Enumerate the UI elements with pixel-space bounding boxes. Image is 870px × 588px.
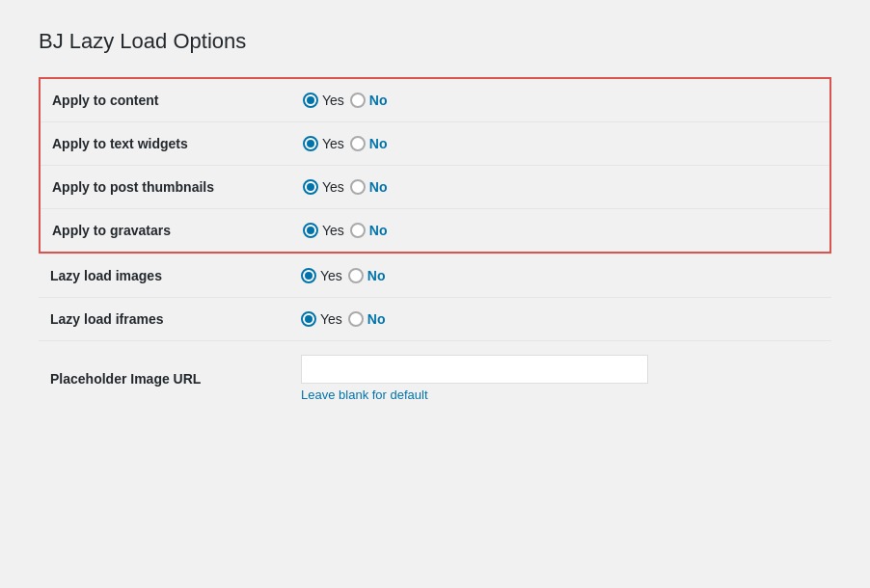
placeholder-url-input[interactable]	[301, 355, 648, 384]
outside-no-radio-1[interactable]	[348, 311, 364, 327]
outside-no-radio-0[interactable]	[348, 268, 364, 283]
no-radio-0[interactable]	[350, 93, 366, 108]
placeholder-row: Placeholder Image URL Leave blank for de…	[39, 341, 831, 416]
no-text-1: No	[369, 136, 388, 151]
no-label-0[interactable]: No	[350, 93, 388, 108]
no-label-1[interactable]: No	[350, 136, 388, 151]
outside-row-label-0: Lazy load images	[39, 254, 289, 298]
yes-text-2: Yes	[322, 179, 344, 195]
hint-suffix: for default	[368, 388, 427, 402]
outside-row-1: Lazy load iframes Yes No	[39, 298, 831, 341]
outside-radio-group-0: Yes No	[301, 268, 820, 283]
no-radio-1[interactable]	[350, 136, 366, 151]
radio-group-3: Yes No	[303, 223, 818, 238]
outside-yes-label-0[interactable]: Yes	[301, 268, 342, 283]
outside-options-table: Lazy load images Yes No Lazy load iframe…	[39, 254, 831, 340]
highlighted-row-1: Apply to text widgets Yes No	[41, 122, 829, 166]
row-controls-3: Yes No	[291, 209, 829, 253]
yes-radio-2[interactable]	[303, 179, 318, 195]
placeholder-label: Placeholder Image URL	[39, 341, 289, 416]
highlighted-section: Apply to content Yes No Apply to text wi…	[39, 77, 831, 254]
yes-label-0[interactable]: Yes	[303, 93, 344, 108]
hint-blank-link[interactable]: blank	[339, 388, 368, 402]
outside-no-text-1: No	[367, 311, 386, 327]
highlighted-options-table: Apply to content Yes No Apply to text wi…	[41, 79, 829, 252]
yes-radio-0[interactable]	[303, 93, 318, 108]
no-text-2: No	[369, 179, 388, 195]
no-radio-2[interactable]	[350, 179, 366, 195]
yes-label-3[interactable]: Yes	[303, 223, 344, 238]
yes-radio-1[interactable]	[303, 136, 318, 151]
outside-radio-group-1: Yes No	[301, 311, 820, 327]
radio-group-1: Yes No	[303, 136, 818, 151]
row-label-2: Apply to post thumbnails	[41, 166, 291, 209]
highlighted-row-3: Apply to gravatars Yes No	[41, 209, 829, 253]
highlighted-row-0: Apply to content Yes No	[41, 79, 829, 122]
yes-radio-3[interactable]	[303, 223, 318, 238]
outside-no-label-0[interactable]: No	[348, 268, 386, 283]
highlighted-row-2: Apply to post thumbnails Yes No	[41, 166, 829, 209]
row-label-0: Apply to content	[41, 79, 291, 122]
yes-text-3: Yes	[322, 223, 344, 238]
outside-yes-text-0: Yes	[320, 268, 342, 283]
row-label-3: Apply to gravatars	[41, 209, 291, 253]
outside-no-label-1[interactable]: No	[348, 311, 386, 327]
outside-yes-radio-0[interactable]	[301, 268, 316, 283]
placeholder-hint: Leave blank for default	[301, 388, 820, 402]
row-label-1: Apply to text widgets	[41, 122, 291, 166]
outside-row-label-1: Lazy load iframes	[39, 298, 289, 341]
hint-leave: Leave	[301, 388, 339, 402]
row-controls-2: Yes No	[291, 166, 829, 209]
radio-group-0: Yes No	[303, 93, 818, 108]
yes-label-1[interactable]: Yes	[303, 136, 344, 151]
yes-text-1: Yes	[322, 136, 344, 151]
no-label-3[interactable]: No	[350, 223, 388, 238]
no-text-3: No	[369, 223, 388, 238]
row-controls-1: Yes No	[291, 122, 829, 166]
outside-yes-radio-1[interactable]	[301, 311, 316, 327]
page-title: BJ Lazy Load Options	[39, 29, 831, 54]
placeholder-table: Placeholder Image URL Leave blank for de…	[39, 340, 831, 415]
outside-row-controls-0: Yes No	[289, 254, 831, 298]
radio-group-2: Yes No	[303, 179, 818, 195]
row-controls-0: Yes No	[291, 79, 829, 122]
outside-no-text-0: No	[367, 268, 386, 283]
no-radio-3[interactable]	[350, 223, 366, 238]
outside-yes-text-1: Yes	[320, 311, 342, 327]
placeholder-control-cell: Leave blank for default	[289, 341, 831, 416]
outside-row-0: Lazy load images Yes No	[39, 254, 831, 298]
outside-yes-label-1[interactable]: Yes	[301, 311, 342, 327]
yes-label-2[interactable]: Yes	[303, 179, 344, 195]
yes-text-0: Yes	[322, 93, 344, 108]
no-text-0: No	[369, 93, 388, 108]
no-label-2[interactable]: No	[350, 179, 388, 195]
outside-row-controls-1: Yes No	[289, 298, 831, 341]
